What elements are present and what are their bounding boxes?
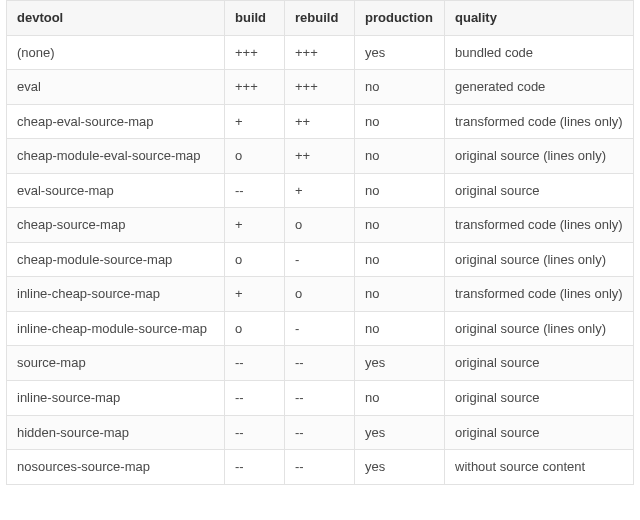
cell-rebuild: - (285, 242, 355, 277)
table-row: cheap-eval-source-map+++notransformed co… (7, 104, 634, 139)
cell-quality: without source content (445, 450, 634, 485)
cell-production: yes (355, 346, 445, 381)
cell-rebuild: ++ (285, 104, 355, 139)
cell-rebuild: - (285, 311, 355, 346)
cell-devtool: cheap-module-source-map (7, 242, 225, 277)
cell-build: + (225, 104, 285, 139)
cell-production: no (355, 381, 445, 416)
cell-production: no (355, 208, 445, 243)
cell-production: yes (355, 415, 445, 450)
cell-quality: original source (445, 415, 634, 450)
table-row: eval++++++nogenerated code (7, 70, 634, 105)
cell-build: o (225, 311, 285, 346)
cell-build: +++ (225, 35, 285, 70)
cell-devtool: inline-cheap-source-map (7, 277, 225, 312)
cell-build: + (225, 277, 285, 312)
cell-devtool: source-map (7, 346, 225, 381)
cell-quality: transformed code (lines only) (445, 208, 634, 243)
cell-quality: bundled code (445, 35, 634, 70)
cell-quality: transformed code (lines only) (445, 104, 634, 139)
cell-build: -- (225, 415, 285, 450)
table-row: (none)++++++yesbundled code (7, 35, 634, 70)
cell-quality: generated code (445, 70, 634, 105)
table-row: source-map----yesoriginal source (7, 346, 634, 381)
cell-rebuild: -- (285, 450, 355, 485)
cell-production: yes (355, 35, 445, 70)
cell-rebuild: +++ (285, 70, 355, 105)
cell-build: -- (225, 381, 285, 416)
table-row: inline-cheap-source-map+onotransformed c… (7, 277, 634, 312)
cell-devtool: eval-source-map (7, 173, 225, 208)
cell-build: +++ (225, 70, 285, 105)
cell-devtool: inline-source-map (7, 381, 225, 416)
cell-quality: original source (lines only) (445, 311, 634, 346)
cell-build: -- (225, 450, 285, 485)
cell-rebuild: -- (285, 381, 355, 416)
cell-production: no (355, 311, 445, 346)
col-quality: quality (445, 1, 634, 36)
cell-quality: original source (445, 381, 634, 416)
cell-production: no (355, 277, 445, 312)
cell-production: no (355, 173, 445, 208)
cell-build: + (225, 208, 285, 243)
cell-quality: transformed code (lines only) (445, 277, 634, 312)
table-row: cheap-source-map+onotransformed code (li… (7, 208, 634, 243)
cell-production: no (355, 242, 445, 277)
table-row: cheap-module-source-mapo-nooriginal sour… (7, 242, 634, 277)
table-head: devtool build rebuild production quality (7, 1, 634, 36)
cell-quality: original source (lines only) (445, 139, 634, 174)
cell-devtool: hidden-source-map (7, 415, 225, 450)
cell-production: no (355, 104, 445, 139)
cell-quality: original source (445, 173, 634, 208)
cell-quality: original source (445, 346, 634, 381)
cell-production: no (355, 139, 445, 174)
col-devtool: devtool (7, 1, 225, 36)
cell-rebuild: +++ (285, 35, 355, 70)
table-row: eval-source-map--+nooriginal source (7, 173, 634, 208)
table-row: cheap-module-eval-source-mapo++noorigina… (7, 139, 634, 174)
cell-rebuild: o (285, 277, 355, 312)
cell-production: no (355, 70, 445, 105)
cell-devtool: (none) (7, 35, 225, 70)
cell-production: yes (355, 450, 445, 485)
cell-devtool: cheap-module-eval-source-map (7, 139, 225, 174)
cell-devtool: eval (7, 70, 225, 105)
cell-build: -- (225, 346, 285, 381)
col-production: production (355, 1, 445, 36)
table-row: nosources-source-map----yeswithout sourc… (7, 450, 634, 485)
col-build: build (225, 1, 285, 36)
cell-rebuild: ++ (285, 139, 355, 174)
table-header-row: devtool build rebuild production quality (7, 1, 634, 36)
cell-rebuild: -- (285, 346, 355, 381)
cell-devtool: inline-cheap-module-source-map (7, 311, 225, 346)
cell-quality: original source (lines only) (445, 242, 634, 277)
cell-rebuild: -- (285, 415, 355, 450)
cell-devtool: cheap-source-map (7, 208, 225, 243)
table-row: hidden-source-map----yesoriginal source (7, 415, 634, 450)
cell-build: o (225, 139, 285, 174)
cell-build: o (225, 242, 285, 277)
devtool-table: devtool build rebuild production quality… (6, 0, 634, 485)
cell-rebuild: + (285, 173, 355, 208)
cell-build: -- (225, 173, 285, 208)
col-rebuild: rebuild (285, 1, 355, 36)
table-body: (none)++++++yesbundled codeeval++++++nog… (7, 35, 634, 484)
table-row: inline-source-map----nooriginal source (7, 381, 634, 416)
devtool-table-container: devtool build rebuild production quality… (0, 0, 640, 491)
cell-devtool: cheap-eval-source-map (7, 104, 225, 139)
table-row: inline-cheap-module-source-mapo-noorigin… (7, 311, 634, 346)
cell-devtool: nosources-source-map (7, 450, 225, 485)
cell-rebuild: o (285, 208, 355, 243)
